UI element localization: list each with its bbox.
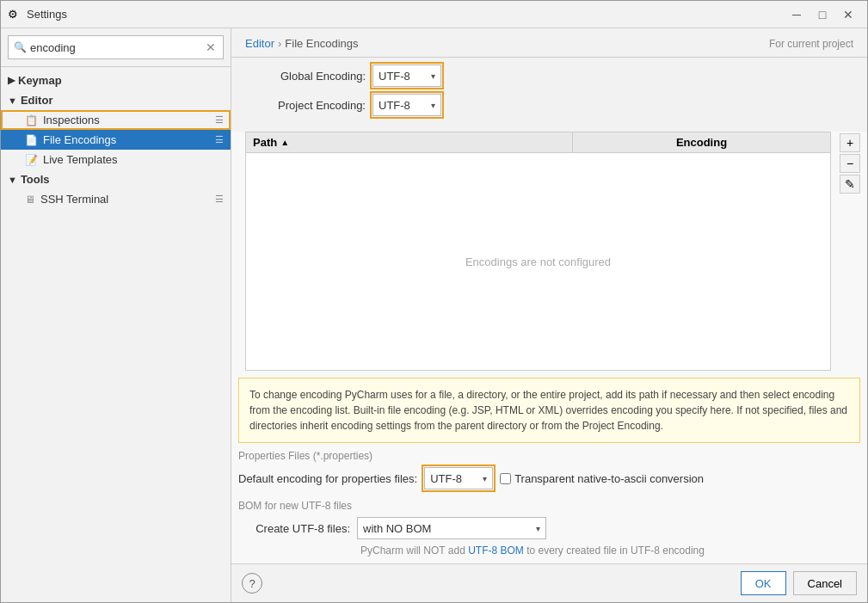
- properties-encoding-arrow-icon: ▾: [483, 474, 487, 483]
- breadcrumb-current: File Encodings: [285, 37, 358, 50]
- project-encoding-dropdown[interactable]: UTF-8 ▾: [372, 94, 441, 116]
- main-header: Editor › File Encodings For current proj…: [231, 28, 867, 58]
- bom-section: BOM for new UTF-8 files Create UTF-8 fil…: [238, 500, 860, 560]
- bom-create-dropdown[interactable]: with NO BOM ▾: [357, 517, 546, 539]
- info-box: To change encoding PyCharm uses for a fi…: [238, 378, 860, 443]
- sidebar-item-label: Inspections: [43, 114, 100, 126]
- sidebar: 🔍 ✕ ▶ Keymap ▼ Editor 📋: [1, 28, 231, 602]
- maximize-button[interactable]: □: [810, 3, 834, 26]
- file-encodings-badge: ☰: [215, 134, 224, 145]
- properties-section: Properties Files (*.properties) Default …: [238, 450, 860, 496]
- bom-row: Create UTF-8 files: with NO BOM ▾: [238, 517, 860, 539]
- bom-create-value: with NO BOM: [363, 522, 431, 535]
- window-controls: ─ □ ✕: [785, 3, 860, 26]
- sidebar-item-editor[interactable]: ▼ Editor: [1, 90, 231, 110]
- col-encoding-header: Encoding: [572, 132, 830, 152]
- main-inner: Global Encoding: UTF-8 ▾ Project Encodin…: [231, 58, 867, 563]
- close-button[interactable]: ✕: [836, 3, 860, 26]
- sidebar-item-label: Live Templates: [43, 153, 117, 166]
- path-encoding-table-area: Path ▲ Encoding Encodings are not config…: [238, 132, 860, 371]
- file-encodings-icon: 📄: [25, 134, 38, 146]
- global-encoding-dropdown[interactable]: UTF-8 ▾: [372, 65, 441, 87]
- sidebar-item-keymap[interactable]: ▶ Keymap: [1, 71, 231, 90]
- table-remove-button[interactable]: −: [840, 154, 860, 173]
- for-current-project-label: For current project: [769, 38, 853, 50]
- live-templates-icon: 📝: [25, 154, 38, 166]
- table-header: Path ▲ Encoding: [246, 132, 830, 153]
- sidebar-item-label: SSH Terminal: [40, 193, 108, 206]
- encoding-settings: Global Encoding: UTF-8 ▾ Project Encodin…: [231, 58, 867, 132]
- table-add-button[interactable]: +: [840, 133, 860, 152]
- transparent-label: Transparent native-to-ascii conversion: [514, 472, 704, 485]
- global-encoding-label: Global Encoding:: [245, 70, 366, 83]
- sidebar-item-tools[interactable]: ▼ Tools: [1, 169, 231, 189]
- search-input[interactable]: [30, 41, 204, 54]
- search-input-wrap[interactable]: 🔍 ✕: [8, 35, 224, 59]
- bom-note-prefix: PyCharm will NOT add: [360, 545, 468, 557]
- properties-encoding-value: UTF-8: [430, 472, 462, 485]
- keymap-arrow-icon: ▶: [8, 75, 15, 86]
- search-box: 🔍 ✕: [1, 28, 231, 67]
- default-encoding-label: Default encoding for properties files:: [238, 472, 417, 485]
- sidebar-item-live-templates[interactable]: 📝 Live Templates: [1, 150, 231, 169]
- help-button[interactable]: ?: [242, 573, 262, 594]
- settings-window: ⚙ Settings ─ □ ✕ 🔍 ✕ ▶ Keymap: [0, 0, 868, 603]
- col-encoding-label: Encoding: [676, 136, 727, 149]
- transparent-checkbox[interactable]: [500, 473, 511, 484]
- inspections-icon: 📋: [25, 114, 38, 126]
- global-encoding-value: UTF-8: [379, 70, 410, 83]
- col-path-header: Path ▲: [246, 132, 572, 152]
- minimize-button[interactable]: ─: [785, 3, 809, 26]
- global-encoding-row: Global Encoding: UTF-8 ▾: [245, 65, 853, 87]
- sidebar-item-label: Tools: [21, 173, 50, 186]
- breadcrumb-editor[interactable]: Editor: [245, 37, 274, 50]
- sidebar-item-ssh-terminal[interactable]: 🖥 SSH Terminal ☰: [1, 189, 231, 209]
- table-empty-message: Encodings are not configured: [246, 153, 830, 370]
- sidebar-item-label: Keymap: [18, 74, 62, 87]
- footer: ? OK Cancel: [231, 563, 867, 602]
- transparent-checkbox-wrap: Transparent native-to-ascii conversion: [500, 472, 704, 485]
- content-area: 🔍 ✕ ▶ Keymap ▼ Editor 📋: [1, 28, 867, 602]
- path-encoding-table: Path ▲ Encoding Encodings are not config…: [245, 132, 831, 371]
- global-encoding-arrow-icon: ▾: [431, 71, 435, 81]
- breadcrumb-separator: ›: [278, 37, 281, 50]
- bom-section-title: BOM for new UTF-8 files: [238, 500, 860, 512]
- bom-create-label: Create UTF-8 files:: [238, 522, 350, 535]
- info-text: To change encoding PyCharm uses for a fi…: [249, 389, 847, 432]
- col-path-label: Path: [253, 136, 277, 149]
- properties-encoding-row: Default encoding for properties files: U…: [238, 467, 860, 489]
- bom-note-highlight: UTF-8 BOM: [468, 545, 524, 557]
- table-empty-text: Encodings are not configured: [465, 255, 611, 268]
- window-title: Settings: [27, 8, 785, 21]
- ssh-terminal-icon: 🖥: [25, 194, 35, 206]
- search-clear-icon[interactable]: ✕: [204, 40, 218, 54]
- footer-left: ?: [242, 573, 734, 594]
- sort-arrow-icon: ▲: [280, 138, 289, 147]
- breadcrumb: Editor › File Encodings For current proj…: [245, 37, 853, 50]
- project-encoding-arrow-icon: ▾: [431, 101, 435, 110]
- bom-dropdown-arrow-icon: ▾: [536, 524, 540, 533]
- properties-encoding-dropdown[interactable]: UTF-8 ▾: [424, 467, 493, 489]
- sidebar-tree: ▶ Keymap ▼ Editor 📋 Inspections ☰ 📄: [1, 67, 231, 602]
- table-edit-button[interactable]: ✎: [840, 175, 860, 194]
- tools-arrow-icon: ▼: [8, 175, 17, 185]
- project-encoding-label: Project Encoding:: [245, 99, 366, 112]
- properties-section-title: Properties Files (*.properties): [238, 450, 860, 462]
- table-actions: + − ✎: [840, 132, 860, 371]
- ok-button[interactable]: OK: [741, 571, 786, 595]
- bom-note-suffix: to every created file in UTF-8 encoding: [524, 545, 705, 557]
- ssh-badge: ☰: [215, 194, 224, 205]
- sidebar-item-inspections[interactable]: 📋 Inspections ☰: [1, 110, 231, 130]
- sidebar-item-file-encodings[interactable]: 📄 File Encodings ☰: [1, 130, 231, 150]
- project-encoding-row: Project Encoding: UTF-8 ▾: [245, 94, 853, 116]
- main-content: Editor › File Encodings For current proj…: [231, 28, 867, 602]
- cancel-button[interactable]: Cancel: [793, 571, 857, 595]
- editor-arrow-icon: ▼: [8, 95, 17, 106]
- app-icon: ⚙: [8, 8, 22, 22]
- bom-note: PyCharm will NOT add UTF-8 BOM to every …: [238, 545, 860, 557]
- title-bar: ⚙ Settings ─ □ ✕: [1, 1, 867, 28]
- sidebar-item-label: File Encodings: [43, 133, 116, 146]
- project-encoding-value: UTF-8: [379, 99, 410, 112]
- search-icon: 🔍: [14, 41, 27, 53]
- sidebar-item-label: Editor: [21, 94, 53, 107]
